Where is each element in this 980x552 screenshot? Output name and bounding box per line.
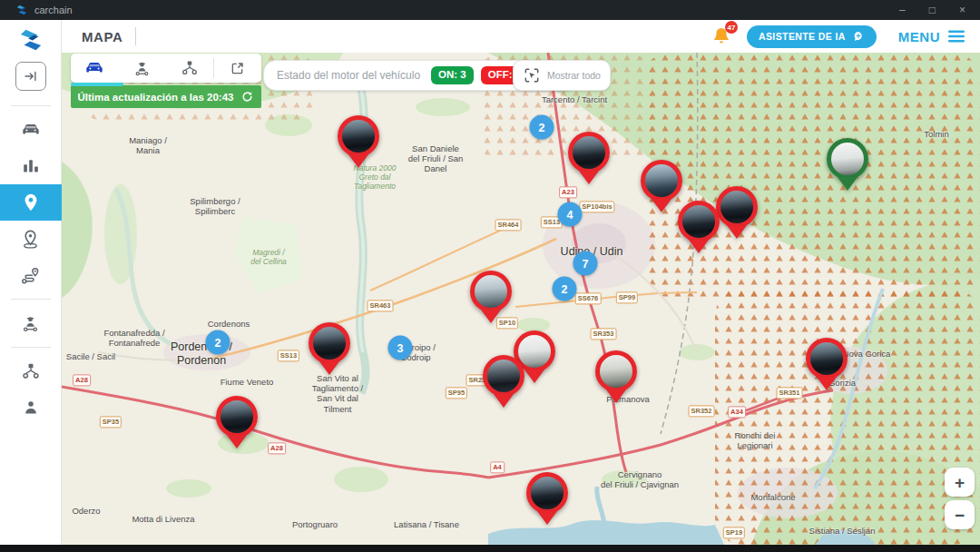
cluster-marker[interactable]: 7	[573, 251, 598, 276]
tab-groups[interactable]	[166, 54, 213, 83]
vehicle-marker[interactable]	[641, 160, 682, 214]
marker-tail	[579, 171, 599, 184]
bar-chart-icon	[21, 156, 41, 176]
map-pin-icon	[21, 192, 41, 212]
title-divider	[135, 27, 136, 45]
cluster-marker[interactable]: 3	[388, 336, 413, 360]
show-all-button[interactable]: Mostrar todo	[513, 60, 611, 91]
marker-tail	[524, 370, 544, 383]
active-tab-underline	[71, 83, 123, 86]
assistant-chat-icon	[852, 30, 865, 43]
vehicle-photo	[309, 322, 350, 364]
window-titlebar: carchain – □ ×	[0, 0, 980, 20]
road-badge: SR353	[591, 328, 617, 340]
marker-tail	[838, 177, 858, 191]
hamburger-icon	[947, 29, 965, 44]
vehicle-marker[interactable]	[568, 132, 610, 186]
vehicle-marker[interactable]	[806, 338, 848, 392]
road-badge: A28	[73, 374, 91, 386]
tab-drivers[interactable]	[118, 54, 165, 83]
map-place-label: Latisana / Tisane	[394, 519, 459, 529]
road-badge: SR352	[689, 405, 715, 417]
ai-assistant-button[interactable]: ASISTENTE DE IA	[747, 25, 877, 48]
map-place-label: Fiume Veneto	[220, 377, 274, 387]
cluster-marker[interactable]: 4	[558, 202, 583, 227]
marker-tail	[652, 199, 671, 212]
vehicle-photo	[483, 355, 524, 397]
vehicle-marker[interactable]	[483, 355, 524, 409]
minimize-button[interactable]: –	[899, 0, 906, 20]
refresh-icon[interactable]	[240, 90, 254, 104]
last-update-banner: Última actualización a las 20:43	[71, 85, 261, 108]
window-bottom-edge	[0, 545, 980, 552]
road-badge: SR463	[368, 300, 394, 311]
map-place-label: Fontanafredda / Fontanafrede	[103, 328, 164, 348]
cluster-marker[interactable]: 2	[206, 330, 230, 355]
marker-tail	[481, 310, 501, 323]
map-place-label: Maniago / Mania	[129, 135, 167, 155]
sidebar-divider	[11, 347, 51, 348]
close-button[interactable]: ×	[959, 0, 965, 20]
road-badge: SP95	[446, 387, 467, 399]
tab-expand[interactable]	[214, 54, 261, 83]
marker-tail	[537, 511, 557, 525]
map-place-label: Ronchi dei Legionari	[735, 430, 776, 450]
vehicle-marker[interactable]	[716, 186, 758, 241]
sidebar-item-vehicles[interactable]	[0, 112, 62, 148]
vehicle-photo	[678, 201, 720, 242]
marker-tail	[606, 389, 626, 403]
map-place-label: Motta di Livenza	[132, 514, 194, 524]
marker-tail	[727, 225, 747, 239]
vehicle-marker[interactable]	[595, 350, 637, 405]
sidebar-item-drivers[interactable]	[0, 305, 62, 341]
vehicle-marker[interactable]	[827, 138, 868, 192]
zoom-in-button[interactable]: +	[945, 468, 975, 497]
vehicle-photo	[595, 350, 637, 392]
map-place-label: Oderzo	[72, 506, 100, 516]
topbar: MAPA 47 ASISTENTE DE IA	[62, 20, 980, 53]
maximize-button[interactable]: □	[929, 0, 936, 20]
engine-on-badge: ON: 3	[431, 66, 474, 84]
vehicle-photo	[470, 271, 512, 312]
sidebar-divider	[11, 299, 51, 300]
vehicle-marker[interactable]	[470, 271, 512, 325]
window-title: carchain	[34, 5, 73, 15]
zoom-out-button[interactable]: −	[945, 500, 975, 529]
sidebar-item-statistics[interactable]	[0, 148, 62, 184]
hierarchy-icon	[181, 59, 199, 77]
engine-status-label: Estado del motor del vehículo	[277, 69, 420, 82]
hierarchy-icon	[21, 361, 41, 381]
sidebar-item-map[interactable]	[0, 184, 62, 221]
marker-tail	[817, 377, 837, 390]
vehicle-marker[interactable]	[678, 201, 720, 255]
road-badge: SR351	[777, 387, 803, 399]
sidebar-item-groups[interactable]	[0, 353, 62, 389]
cluster-marker[interactable]: 2	[530, 115, 554, 140]
location-pin-icon	[20, 229, 41, 250]
road-badge: A23	[559, 186, 577, 198]
tab-vehicles[interactable]	[71, 54, 118, 83]
map-place-label: Portogruaro	[292, 519, 338, 529]
driver-icon	[132, 59, 152, 78]
vehicle-marker[interactable]	[526, 472, 568, 527]
sidebar-divider	[11, 105, 51, 106]
sidebar-collapse-button[interactable]	[15, 62, 46, 91]
map-place-label: Monfalcone	[750, 492, 795, 502]
map-canvas[interactable]: Maniago / ManiaSan Daniele del Friuli / …	[62, 53, 980, 545]
expand-icon	[229, 60, 246, 77]
sidebar-item-routes[interactable]	[0, 257, 62, 293]
road-badge: SP104bis	[579, 201, 614, 212]
sidebar-item-users[interactable]	[0, 389, 62, 426]
fit-all-icon	[523, 66, 541, 84]
vehicle-marker[interactable]	[338, 115, 379, 170]
road-badge: SP99	[616, 291, 638, 303]
sidebar-item-locations[interactable]	[0, 221, 62, 257]
notifications-button[interactable]: 47	[710, 25, 734, 47]
menu-button[interactable]: MENU	[898, 29, 965, 44]
vehicle-marker[interactable]	[309, 322, 350, 377]
vehicle-marker[interactable]	[216, 396, 258, 450]
vehicle-photo	[827, 138, 868, 180]
notification-badge: 47	[725, 21, 738, 34]
marker-tail	[689, 240, 709, 253]
cluster-marker[interactable]: 2	[553, 277, 577, 301]
